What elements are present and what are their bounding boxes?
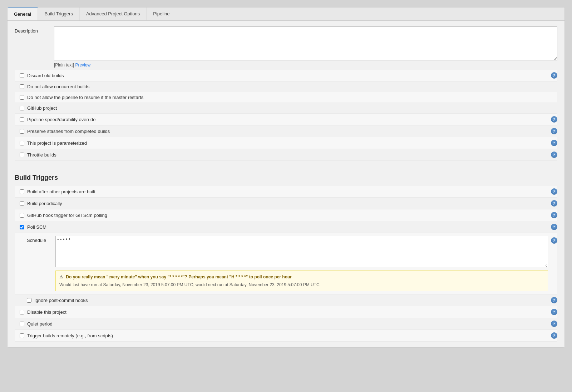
poll-scm-label: Poll SCM [27,224,548,230]
quiet-period-label: Quiet period [27,321,548,327]
checkbox-row-disable-project: Disable this project ? [15,306,557,318]
checkbox-row-github-project: GitHub project [15,103,557,114]
pipeline-speed-help-icon[interactable]: ? [551,116,557,123]
schedule-help-icon[interactable]: ? [551,237,557,244]
disable-project-help-icon[interactable]: ? [551,309,557,315]
schedule-field: * * * * * ⚠ Do you really mean "every mi… [55,236,548,291]
bottom-checkboxes: Disable this project ? Quiet period ? Tr… [15,306,557,342]
warning-block: ⚠ Do you really mean "every minute" when… [55,271,548,291]
throttle-builds-checkbox[interactable] [20,153,24,157]
warning-main-text: ⚠ Do you really mean "every minute" when… [59,274,544,280]
checkbox-row-trigger-remotely: Trigger builds remotely (e.g., from scri… [15,330,557,342]
poll-scm-help-icon[interactable]: ? [551,224,557,230]
trigger-remotely-help-icon[interactable]: ? [551,332,557,339]
description-label: Description [15,26,54,34]
disable-project-checkbox[interactable] [20,310,24,314]
checkbox-row-no-resume: Do not allow the pipeline to resume if t… [15,92,557,103]
description-field: [Plain text] Preview [54,26,557,68]
tab-pipeline[interactable]: Pipeline [147,8,176,20]
general-checkboxes: Discard old builds ? Do not allow concur… [15,70,557,161]
warning-text-main: Do you really mean "every minute" when y… [66,274,292,279]
github-project-label: GitHub project [27,105,557,111]
checkbox-row-build-after-others: Build after other projects are built ? [15,186,557,198]
parameterized-help-icon[interactable]: ? [551,140,557,146]
checkbox-row-ignore-post-commit: Ignore post-commit hooks ? [15,294,557,306]
no-resume-pipeline-checkbox[interactable] [20,95,24,100]
warning-subtext: Would last have run at Saturday, Novembe… [59,282,544,288]
description-textarea[interactable] [54,26,557,60]
description-row: Description [Plain text] Preview [15,26,557,68]
checkbox-row-preserve-stashes: Preserve stashes from completed builds ? [15,125,557,137]
quiet-period-checkbox[interactable] [20,322,24,326]
no-resume-pipeline-label: Do not allow the pipeline to resume if t… [27,95,557,100]
checkbox-row-poll-scm: Poll SCM ? [15,221,557,233]
no-concurrent-builds-checkbox[interactable] [20,84,24,89]
trigger-remotely-label: Trigger builds remotely (e.g., from scri… [27,333,548,338]
build-triggers-checkboxes: Build after other projects are built ? B… [15,186,557,306]
checkbox-row-discard-old-builds: Discard old builds ? [15,70,557,81]
discard-old-builds-help-icon[interactable]: ? [551,72,557,79]
trigger-remotely-checkbox[interactable] [20,333,24,338]
build-periodically-label: Build periodically [27,201,548,206]
preserve-stashes-checkbox[interactable] [20,129,24,134]
parameterized-checkbox[interactable] [20,141,24,145]
build-after-others-help-icon[interactable]: ? [551,188,557,195]
throttle-builds-help-icon[interactable]: ? [551,152,557,158]
tab-build-triggers[interactable]: Build Triggers [38,8,79,20]
no-concurrent-builds-label: Do not allow concurrent builds [27,84,557,89]
ignore-post-commit-checkbox[interactable] [27,298,31,303]
tabs-bar: General Build Triggers Advanced Project … [8,8,564,21]
github-project-checkbox[interactable] [20,106,24,110]
github-hook-help-icon[interactable]: ? [551,212,557,218]
tab-general[interactable]: General [8,7,38,20]
tab-advanced-project-options[interactable]: Advanced Project Options [80,8,147,20]
github-hook-label: GitHub hook trigger for GITScm polling [27,213,548,218]
preserve-stashes-label: Preserve stashes from completed builds [27,129,548,134]
ignore-post-commit-help-icon[interactable]: ? [551,297,557,303]
disable-project-label: Disable this project [27,309,548,315]
preserve-stashes-help-icon[interactable]: ? [551,128,557,134]
preview-link[interactable]: Preview [75,63,90,68]
checkbox-row-throttle-builds: Throttle builds ? [15,149,557,161]
build-periodically-checkbox[interactable] [20,201,24,206]
checkbox-row-no-concurrent: Do not allow concurrent builds [15,81,557,92]
discard-old-builds-checkbox[interactable] [20,73,24,78]
pipeline-speed-label: Pipeline speed/durability override [27,117,548,122]
main-panel: General Build Triggers Advanced Project … [7,7,565,348]
build-periodically-help-icon[interactable]: ? [551,200,557,207]
poll-scm-checkbox[interactable] [20,225,24,229]
build-after-others-checkbox[interactable] [20,189,24,194]
schedule-textarea[interactable]: * * * * * [55,236,548,267]
ignore-post-commit-label: Ignore post-commit hooks [34,298,548,303]
content-area: Description [Plain text] Preview Discard… [8,21,564,347]
checkbox-row-parameterized: This project is parameterized ? [15,137,557,149]
plain-text-note: [Plain text] Preview [54,63,557,68]
checkbox-row-github-hook: GitHub hook trigger for GITScm polling ? [15,209,557,221]
checkbox-row-build-periodically: Build periodically ? [15,198,557,209]
schedule-row: Schedule * * * * * ⚠ Do you really mean … [15,233,557,294]
throttle-builds-label: Throttle builds [27,152,548,158]
discard-old-builds-label: Discard old builds [27,73,548,78]
warning-icon: ⚠ [59,274,63,280]
checkbox-row-quiet-period: Quiet period ? [15,318,557,330]
parameterized-label: This project is parameterized [27,140,548,146]
build-after-others-label: Build after other projects are built [27,189,548,194]
schedule-label: Schedule [27,236,55,243]
checkbox-row-pipeline-speed: Pipeline speed/durability override ? [15,114,557,125]
quiet-period-help-icon[interactable]: ? [551,321,557,327]
github-hook-checkbox[interactable] [20,213,24,218]
pipeline-speed-checkbox[interactable] [20,117,24,122]
build-triggers-section-title: Build Triggers [15,168,557,182]
